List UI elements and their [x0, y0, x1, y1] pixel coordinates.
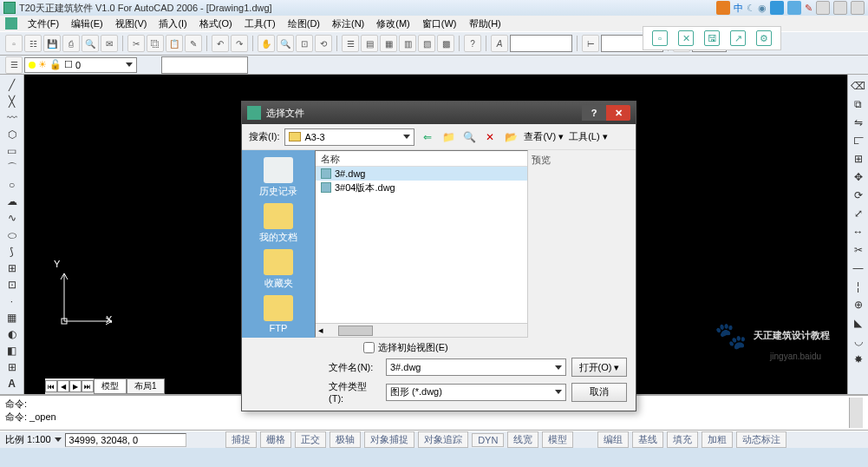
float-btn-3[interactable]: 🖫 — [704, 30, 720, 46]
table-icon[interactable]: ⊞ — [4, 360, 20, 374]
zoom-win-icon[interactable]: ⊡ — [296, 35, 313, 52]
ellipsearc-icon[interactable]: ⟆ — [4, 245, 20, 259]
maximize-icon[interactable] — [833, 1, 847, 15]
scale-label[interactable]: 比例 1:100 — [5, 433, 51, 446]
float-btn-2[interactable]: ✕ — [678, 30, 694, 46]
break-icon[interactable]: ¦ — [851, 279, 866, 294]
menu-window[interactable]: 窗口(W) — [417, 17, 462, 30]
toggle-snap[interactable]: 捕捉 — [225, 431, 257, 448]
menu-dim[interactable]: 标注(N) — [327, 17, 369, 30]
menu-view[interactable]: 视图(V) — [110, 17, 153, 30]
dialog-close-button[interactable]: ✕ — [606, 105, 630, 121]
toggle-grid[interactable]: 栅格 — [260, 431, 291, 448]
toggle-polar[interactable]: 极轴 — [330, 431, 361, 448]
h-scrollbar[interactable]: ◂ — [316, 323, 527, 337]
tray-icon-2[interactable] — [787, 1, 801, 15]
toggle-fill[interactable]: 填充 — [667, 431, 698, 448]
view-menu[interactable]: 查看(V) ▾ — [524, 130, 564, 143]
save-icon[interactable]: 💾 — [43, 35, 61, 52]
toggle-bold[interactable]: 加粗 — [702, 431, 733, 448]
chamfer-icon[interactable]: ◣ — [851, 315, 866, 331]
dc-icon[interactable]: ▤ — [361, 35, 378, 52]
line-icon[interactable]: ╱ — [4, 78, 20, 92]
toggle-ortho[interactable]: 正交 — [295, 431, 326, 448]
tab-layout1[interactable]: 布局1 — [127, 378, 165, 394]
explode-icon[interactable]: ✸ — [851, 352, 866, 367]
paste-icon[interactable]: 📋 — [166, 35, 183, 52]
redo-icon[interactable]: ↷ — [231, 35, 248, 52]
open-icon[interactable]: ☷ — [24, 35, 42, 52]
menu-insert[interactable]: 插入(I) — [153, 17, 192, 30]
extend-icon[interactable]: — — [851, 260, 866, 276]
textstyle-combo[interactable] — [510, 35, 572, 52]
scroll-thumb[interactable] — [338, 326, 373, 336]
menu-edit[interactable]: 编辑(E) — [66, 17, 108, 30]
calc-icon[interactable]: ▩ — [437, 35, 454, 52]
rect-icon[interactable]: ▭ — [4, 144, 20, 158]
menu-file[interactable]: 文件(F) — [23, 17, 64, 30]
preview-icon[interactable]: 🔍 — [82, 35, 99, 52]
fillet-icon[interactable]: ◡ — [851, 333, 866, 349]
layer-combo[interactable]: ☀ 🔓 ☐ 0 — [24, 57, 137, 73]
cut-icon[interactable]: ✂ — [127, 35, 145, 52]
block-icon[interactable]: ⊡ — [4, 278, 20, 292]
arc-icon[interactable]: ⌒ — [4, 161, 20, 175]
zoom-rt-icon[interactable]: 🔍 — [277, 35, 294, 52]
initial-view-checkbox[interactable]: 选择初始视图(E) — [329, 341, 566, 354]
file-list[interactable]: 名称 3#.dwg 3#04版本.dwg ◂ — [315, 150, 528, 338]
checkbox-icon[interactable] — [363, 342, 375, 353]
place-favorites[interactable]: 收藏夹 — [247, 247, 310, 292]
ellipse-icon[interactable]: ⬭ — [4, 228, 20, 242]
place-ftp[interactable]: FTP — [247, 293, 310, 335]
float-btn-5[interactable]: ⚙ — [756, 30, 772, 46]
column-name[interactable]: 名称 — [316, 151, 527, 167]
tab-last-icon[interactable]: ⏭ — [82, 380, 94, 392]
toggle-dyn[interactable]: DYN — [472, 433, 504, 447]
place-mydocs[interactable]: 我的文档 — [247, 201, 310, 246]
newfolder-icon[interactable]: 📂 — [503, 129, 519, 145]
undo-icon[interactable]: ↶ — [212, 35, 229, 52]
erase-icon[interactable]: ⌫ — [851, 78, 866, 94]
menu-modify[interactable]: 修改(M) — [371, 17, 415, 30]
props-icon[interactable]: ☰ — [342, 35, 359, 52]
close-icon[interactable] — [851, 1, 865, 15]
folder-combo[interactable]: A3-3 — [284, 128, 414, 146]
point-icon[interactable]: · — [4, 294, 20, 308]
markup-icon[interactable]: ▧ — [418, 35, 435, 52]
tray-icon-1[interactable] — [770, 1, 784, 15]
move-icon[interactable]: ✥ — [851, 169, 866, 185]
cmd-scrollbar[interactable] — [849, 398, 863, 428]
filename-input[interactable]: 3#.dwg — [386, 358, 566, 376]
toggle-model[interactable]: 模型 — [542, 431, 573, 448]
float-btn-1[interactable]: ▫ — [652, 30, 668, 46]
file-item[interactable]: 3#04版本.dwg — [316, 181, 527, 194]
text-style-icon[interactable]: A — [491, 35, 508, 52]
xline-icon[interactable]: ╳ — [4, 95, 20, 109]
toggle-otrack[interactable]: 对象追踪 — [418, 431, 468, 448]
toggle-baseline[interactable]: 基线 — [632, 431, 663, 448]
tab-prev-icon[interactable]: ◀ — [57, 380, 69, 392]
mtext-icon[interactable]: A — [4, 377, 20, 391]
place-desktop[interactable]: 桌面 — [247, 337, 310, 338]
help-icon[interactable]: ? — [464, 35, 481, 52]
trim-icon[interactable]: ✂ — [851, 242, 866, 258]
scale-dropdown-icon[interactable] — [55, 437, 62, 442]
tray-icon-3[interactable]: ✎ — [805, 3, 813, 14]
menu-tools[interactable]: 工具(T) — [239, 17, 281, 30]
match-icon[interactable]: ✎ — [185, 35, 202, 52]
copy-icon[interactable]: ⿻ — [147, 35, 164, 52]
offset-icon[interactable]: ⫍ — [851, 133, 866, 148]
stretch-icon[interactable]: ↔ — [851, 224, 866, 240]
publish-icon[interactable]: ✉ — [101, 35, 118, 52]
menu-draw[interactable]: 绘图(D) — [283, 17, 325, 30]
revcloud-icon[interactable]: ☁ — [4, 194, 20, 208]
hatch-icon[interactable]: ▦ — [4, 311, 20, 325]
mirror-icon[interactable]: ⇋ — [851, 115, 866, 130]
back-icon[interactable]: ⇐ — [420, 129, 435, 145]
ime-icon[interactable] — [716, 1, 730, 15]
tab-first-icon[interactable]: ⏮ — [45, 380, 57, 392]
scale-icon[interactable]: ⤢ — [851, 206, 866, 221]
circle-icon[interactable]: ○ — [4, 178, 20, 192]
join-icon[interactable]: ⊕ — [851, 297, 866, 312]
array-icon[interactable]: ⊞ — [851, 151, 866, 167]
